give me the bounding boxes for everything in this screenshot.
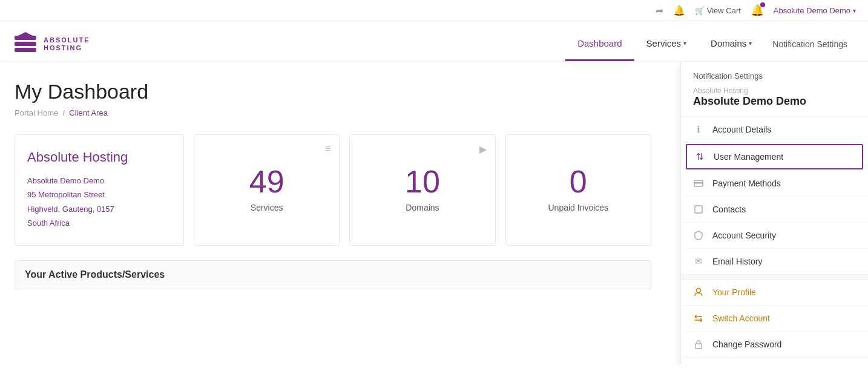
dropdown-account-main: Absolute Demo Demo bbox=[693, 95, 856, 108]
svg-rect-8 bbox=[695, 344, 702, 349]
company-address-line1: Absolute Demo Demo bbox=[27, 174, 171, 188]
domains-label: Domains bbox=[406, 203, 439, 212]
dropdown-user-management[interactable]: ⇅ User Management bbox=[686, 144, 863, 169]
nav-domains[interactable]: Domains ▾ bbox=[699, 27, 764, 61]
cart-icon: 🛒 bbox=[695, 6, 705, 15]
invoices-count: 0 bbox=[570, 165, 587, 199]
services-label: Services bbox=[251, 203, 283, 212]
domains-chevron: ▾ bbox=[749, 40, 752, 47]
services-chevron: ▾ bbox=[683, 40, 686, 47]
company-address-line2: 95 Metropolitan Street bbox=[27, 188, 171, 202]
your-profile-icon bbox=[693, 287, 704, 298]
dropdown-divider bbox=[681, 275, 868, 280]
logo-icon bbox=[12, 31, 39, 57]
dropdown-payment-methods[interactable]: Payment Methods bbox=[681, 171, 868, 197]
dashboard-cards: Absolute Hosting Absolute Demo Demo 95 M… bbox=[15, 134, 651, 246]
user-menu-button[interactable]: Absolute Demo Demo ▾ bbox=[774, 6, 856, 15]
svg-rect-2 bbox=[15, 48, 36, 52]
main-nav: Dashboard Services ▾ Domains ▾ Notificat… bbox=[565, 27, 856, 61]
svg-rect-1 bbox=[15, 42, 36, 46]
account-details-icon: ℹ bbox=[693, 124, 704, 135]
main-container: My Dashboard Portal Home / Client Area A… bbox=[0, 62, 868, 364]
dropdown-account-sub: Absolute Hosting bbox=[693, 87, 856, 95]
user-management-icon: ⇅ bbox=[694, 151, 705, 162]
notification-dot bbox=[760, 2, 765, 7]
dropdown-header: Notification Settings Absolute Hosting A… bbox=[681, 62, 868, 117]
dropdown-your-profile[interactable]: Your Profile bbox=[681, 280, 868, 306]
user-menu-chevron: ▾ bbox=[853, 7, 856, 14]
dropdown-account-details[interactable]: ℹ Account Details bbox=[681, 117, 868, 143]
services-count: 49 bbox=[249, 165, 284, 199]
dropdown-contacts[interactable]: Contacts bbox=[681, 197, 868, 223]
switch-account-icon bbox=[693, 313, 704, 324]
invoices-label: Unpaid Invoices bbox=[548, 203, 609, 212]
bell-icon-top: 🔔 bbox=[673, 5, 685, 16]
dropdown-account-security[interactable]: Account Security bbox=[681, 223, 868, 249]
logo-link[interactable]: ABSOLUTE HOSTING bbox=[12, 31, 90, 57]
payment-methods-icon bbox=[693, 178, 704, 189]
nav-services[interactable]: Services ▾ bbox=[634, 27, 699, 61]
stat-card-invoices: 0 Unpaid Invoices bbox=[505, 134, 651, 246]
user-dropdown-panel: Notification Settings Absolute Hosting A… bbox=[680, 62, 868, 364]
svg-rect-6 bbox=[695, 206, 702, 213]
header: ABSOLUTE HOSTING Dashboard Services ▾ Do… bbox=[0, 21, 868, 62]
dropdown-email-history[interactable]: ✉ Email History bbox=[681, 249, 868, 275]
company-address-line3: Highveld, Gauteng, 0157 bbox=[27, 202, 171, 216]
email-history-icon: ✉ bbox=[693, 256, 704, 267]
nav-dashboard[interactable]: Dashboard bbox=[565, 27, 634, 61]
change-password-icon bbox=[693, 339, 704, 350]
svg-point-7 bbox=[697, 289, 701, 293]
company-address-line4: South Africa bbox=[27, 216, 171, 230]
contacts-icon bbox=[693, 204, 704, 215]
notification-bell[interactable]: 🔔 bbox=[751, 4, 764, 17]
dropdown-switch-account[interactable]: Switch Account bbox=[681, 306, 868, 332]
stat-card-services: ≡ 49 Services bbox=[194, 134, 340, 246]
active-products-header: Your Active Products/Services bbox=[15, 260, 651, 289]
domains-stat-icon: ▶ bbox=[479, 143, 487, 155]
dropdown-notification-settings[interactable]: Notification Settings bbox=[693, 71, 856, 80]
svg-rect-5 bbox=[694, 182, 703, 184]
svg-marker-3 bbox=[16, 32, 35, 37]
services-stat-icon: ≡ bbox=[325, 143, 330, 154]
view-cart-link[interactable]: 🛒 View Cart bbox=[695, 6, 741, 15]
domains-count: 10 bbox=[405, 165, 440, 199]
dropdown-change-password[interactable]: Change Password bbox=[681, 332, 868, 358]
forward-icon: ➦ bbox=[656, 5, 663, 16]
logo-text: ABSOLUTE HOSTING bbox=[44, 36, 90, 52]
dropdown-security-settings[interactable]: Security Settings bbox=[681, 358, 868, 364]
account-security-icon bbox=[693, 230, 704, 241]
breadcrumb: Portal Home / Client Area bbox=[15, 108, 651, 117]
stat-card-domains: ▶ 10 Domains bbox=[349, 134, 495, 246]
active-products-section: Your Active Products/Services bbox=[15, 260, 651, 289]
company-name: Absolute Hosting bbox=[27, 149, 171, 165]
top-bar: ➦ 🔔 🛒 View Cart 🔔 Absolute Demo Demo ▾ bbox=[0, 0, 868, 21]
breadcrumb-current: Client Area bbox=[69, 108, 108, 117]
breadcrumb-home[interactable]: Portal Home bbox=[15, 108, 58, 117]
page-title: My Dashboard bbox=[15, 80, 651, 103]
company-card: Absolute Hosting Absolute Demo Demo 95 M… bbox=[15, 134, 184, 246]
page-content: My Dashboard Portal Home / Client Area A… bbox=[0, 62, 666, 364]
notification-settings-link[interactable]: Notification Settings bbox=[764, 28, 856, 60]
